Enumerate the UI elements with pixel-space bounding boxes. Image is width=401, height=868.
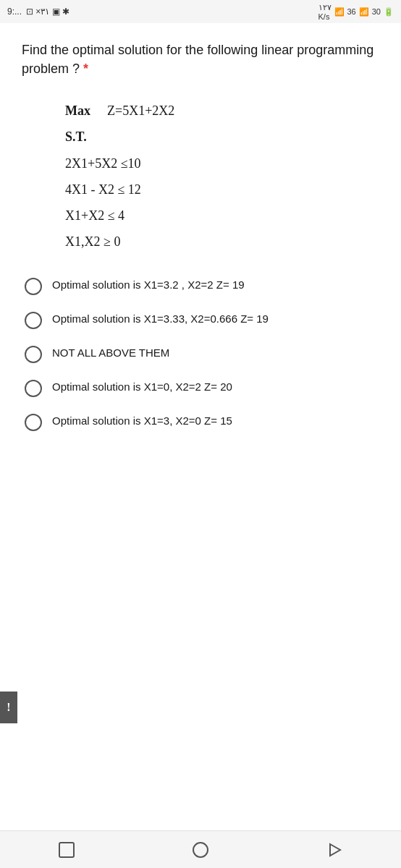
constraint-3: X1+X2 ≤ 4 — [65, 203, 379, 228]
battery-level: 30 — [372, 7, 381, 16]
nav-triangle-button[interactable] — [321, 837, 347, 863]
objective-expr: Z=5X1+2X2 — [107, 98, 174, 123]
constraint-2: 4X1 - X2 ≤ 12 — [65, 177, 379, 202]
max-label: Max — [65, 98, 101, 123]
status-left: 9:... ⊡ ×٣١ ▣ ✱ — [7, 7, 69, 17]
math-block: Max Z=5X1+2X2 S.T. 2X1+5X2 ≤10 4X1 - X2 … — [65, 98, 379, 254]
svg-rect-0 — [59, 843, 74, 857]
options-section: Optimal solution is X1=3.2 , X2=2 Z= 19 … — [22, 277, 379, 431]
option-b-item[interactable]: Optimal solution is X1=3.33, X2=0.666 Z=… — [22, 311, 379, 329]
required-star: * — [83, 61, 88, 76]
option-d-text: Optimal solution is X1=0, X2=2 Z= 20 — [52, 379, 376, 396]
side-button-label: ! — [7, 701, 10, 714]
wifi-icon: 📶 — [334, 7, 345, 17]
option-e-text: Optimal solution is X1=3, X2=0 Z= 15 — [52, 413, 376, 430]
question-title: Find the optimal solution for the follow… — [22, 41, 379, 78]
option-c-item[interactable]: NOT ALL ABOVE THEM — [22, 345, 379, 363]
st-label: S.T. — [65, 124, 379, 149]
option-d-item[interactable]: Optimal solution is X1=0, X2=2 Z= 20 — [22, 379, 379, 397]
status-time: 9:... — [7, 7, 22, 17]
status-bar: 9:... ⊡ ×٣١ ▣ ✱ ١٢٧K/s 📶 36 📶 30 🔋 — [0, 0, 401, 23]
option-e-item[interactable]: Optimal solution is X1=3, X2=0 Z= 15 — [22, 413, 379, 431]
option-b-text: Optimal solution is X1=3.33, X2=0.666 Z=… — [52, 311, 376, 328]
nav-circle-button[interactable] — [187, 837, 214, 863]
radio-a[interactable] — [25, 278, 42, 295]
svg-point-1 — [193, 843, 208, 857]
radio-c[interactable] — [25, 346, 42, 363]
option-a-text: Optimal solution is X1=3.2 , X2=2 Z= 19 — [52, 277, 376, 294]
option-a-item[interactable]: Optimal solution is X1=3.2 , X2=2 Z= 19 — [22, 277, 379, 295]
bottom-nav — [0, 830, 401, 868]
objective-row: Max Z=5X1+2X2 — [65, 98, 379, 123]
battery-icon: 🔋 — [384, 7, 394, 17]
network-signal: 📶 — [359, 7, 369, 17]
status-icons: ⊡ ×٣١ ▣ ✱ — [26, 7, 69, 17]
svg-marker-2 — [330, 844, 340, 856]
status-right: ١٢٧K/s 📶 36 📶 30 🔋 — [318, 3, 394, 21]
radio-d[interactable] — [25, 380, 42, 397]
main-content: Find the optimal solution for the follow… — [0, 23, 401, 464]
option-c-text: NOT ALL ABOVE THEM — [52, 345, 376, 362]
signal-strength: 36 — [347, 7, 356, 16]
speed-indicator: ١٢٧K/s — [318, 3, 332, 21]
side-button[interactable]: ! — [0, 692, 17, 723]
constraint-1: 2X1+5X2 ≤10 — [65, 151, 379, 176]
constraint-4: X1,X2 ≥ 0 — [65, 229, 379, 254]
radio-b[interactable] — [25, 312, 42, 329]
nav-square-button[interactable] — [54, 837, 80, 863]
radio-e[interactable] — [25, 414, 42, 431]
